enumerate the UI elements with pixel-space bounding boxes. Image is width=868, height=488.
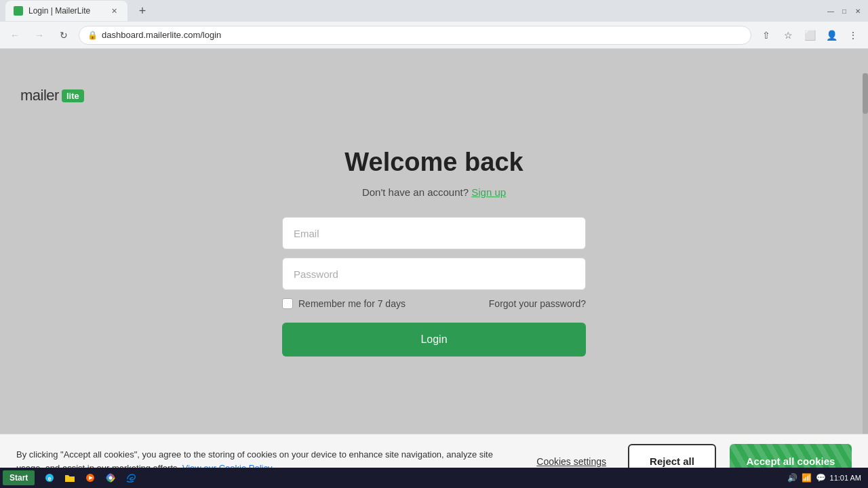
network-icon: 📶 (802, 473, 812, 483)
accept-all-label: Accept all cookies (747, 455, 835, 467)
split-view-button[interactable]: ⬜ (800, 26, 819, 45)
volume-icon: 🔊 (787, 473, 797, 483)
nav-actions: ⇧ ☆ ⬜ 👤 ⋮ (757, 26, 863, 45)
login-button[interactable]: Login (282, 323, 586, 357)
tab-close-button[interactable]: ✕ (108, 5, 119, 16)
menu-button[interactable]: ⋮ (844, 26, 863, 45)
password-field[interactable]: Password (282, 258, 586, 290)
window-controls: — □ ✕ (826, 6, 863, 16)
taskbar-edge[interactable] (121, 470, 140, 485)
login-container: Welcome back Don't have an account? Sign… (282, 148, 586, 357)
remember-me-label[interactable]: Remember me for 7 days (282, 298, 406, 309)
lock-icon: 🔒 (87, 30, 98, 40)
password-placeholder: Password (294, 268, 338, 280)
logo: mailer lite (20, 87, 84, 104)
svg-point-5 (109, 476, 113, 480)
browser-chrome: Login | MailerLite ✕ + — □ ✕ ← → ↻ 🔒 das… (0, 0, 868, 49)
nav-bar: ← → ↻ 🔒 dashboard.mailerlite.com/login ⇧… (0, 22, 868, 49)
taskbar-ie[interactable]: e (40, 470, 59, 485)
welcome-title: Welcome back (344, 148, 523, 177)
scrollbar-thumb[interactable] (863, 73, 868, 114)
maximize-button[interactable]: □ (840, 6, 849, 16)
title-bar: Login | MailerLite ✕ + — □ ✕ (0, 0, 868, 22)
tab-title: Login | MailerLite (28, 6, 90, 16)
new-tab-button[interactable]: + (133, 1, 152, 20)
forward-button[interactable]: → (30, 26, 49, 45)
taskbar-chrome[interactable] (101, 470, 120, 485)
start-button[interactable]: Start (3, 470, 35, 485)
windows-taskbar: Start e 🔊 📶 💬 11:01 AM (0, 468, 868, 488)
signup-link[interactable]: Sign up (471, 186, 506, 198)
browser-tab[interactable]: Login | MailerLite ✕ (5, 1, 127, 21)
page-content: mailer lite Welcome back Don't have an a… (0, 73, 868, 434)
logo-mailer-text: mailer (20, 87, 59, 104)
system-clock: 11:01 AM (830, 474, 861, 482)
share-button[interactable]: ⇧ (757, 26, 776, 45)
taskbar-media[interactable] (81, 470, 100, 485)
signup-prompt: Don't have an account? Sign up (362, 186, 506, 198)
cookies-settings-button[interactable]: Cookies settings (528, 456, 614, 467)
tab-favicon (14, 6, 23, 16)
taskbar-tray: 🔊 📶 💬 11:01 AM (783, 473, 865, 483)
message-icon: 💬 (816, 473, 826, 483)
email-field[interactable]: Email (282, 217, 586, 249)
close-button[interactable]: ✕ (853, 6, 863, 16)
svg-text:e: e (48, 475, 52, 482)
taskbar-folder[interactable] (60, 470, 79, 485)
forgot-password-link[interactable]: Forgot your password? (489, 298, 586, 309)
logo-lite-text: lite (62, 89, 84, 102)
remember-me-checkbox[interactable] (282, 298, 293, 309)
minimize-button[interactable]: — (826, 6, 835, 16)
page-wrapper: mailer lite Welcome back Don't have an a… (0, 73, 868, 488)
bookmark-button[interactable]: ☆ (778, 26, 797, 45)
back-button[interactable]: ← (5, 26, 24, 45)
scrollbar-track (863, 73, 868, 434)
email-placeholder: Email (294, 228, 319, 239)
reload-button[interactable]: ↻ (54, 26, 73, 45)
url-text: dashboard.mailerlite.com/login (102, 30, 743, 40)
taskbar-items: e (37, 470, 780, 485)
address-bar[interactable]: 🔒 dashboard.mailerlite.com/login (79, 26, 751, 45)
signup-prompt-text: Don't have an account? (362, 186, 469, 198)
profile-button[interactable]: 👤 (822, 26, 841, 45)
remember-row: Remember me for 7 days Forgot your passw… (282, 298, 586, 309)
remember-me-text: Remember me for 7 days (298, 298, 406, 309)
